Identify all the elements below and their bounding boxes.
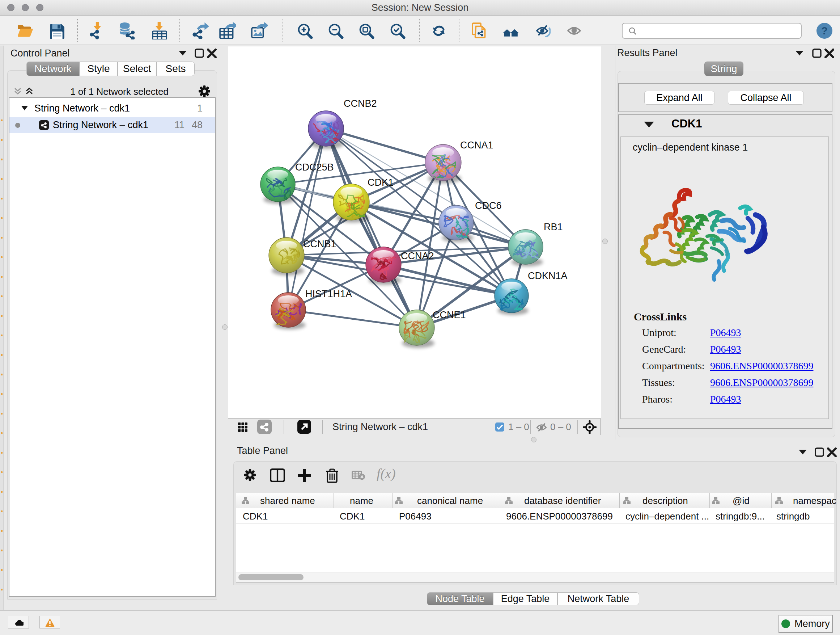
svg-text:CCNE1: CCNE1 <box>433 310 466 320</box>
svg-text:CDC6: CDC6 <box>475 200 502 211</box>
svg-text:CCNB2: CCNB2 <box>344 98 377 109</box>
svg-text:CDK1: CDK1 <box>368 177 393 188</box>
svg-text:CDKN1A: CDKN1A <box>528 271 568 281</box>
svg-text:HIST1H1A: HIST1H1A <box>305 288 352 299</box>
svg-text:?: ? <box>821 25 828 36</box>
svg-text:CDC25B: CDC25B <box>295 162 334 173</box>
svg-text:CCNA2: CCNA2 <box>401 250 434 261</box>
svg-text:CCNB1: CCNB1 <box>303 239 336 249</box>
svg-text:RB1: RB1 <box>544 222 563 233</box>
svg-text:CCNA1: CCNA1 <box>460 140 493 150</box>
